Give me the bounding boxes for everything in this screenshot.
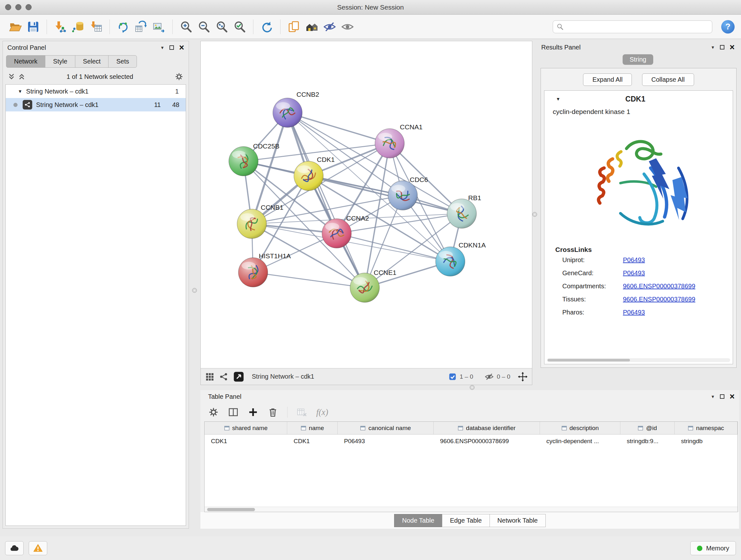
tab-network[interactable]: Network [6,55,45,68]
delete-column-trash-icon[interactable] [267,407,278,418]
gear-icon[interactable] [175,72,184,81]
network-node-CCNB1[interactable]: CCNB1 [237,204,283,239]
scrollbar-thumb[interactable] [548,359,630,361]
splitter-knob[interactable] [470,385,475,390]
panel-close-icon[interactable]: × [179,44,184,51]
cell-description[interactable]: cyclin-dependent ... [540,438,620,445]
protein-entry-header[interactable]: ▼ CDK1 [544,91,733,107]
network-from-selection-button[interactable] [114,18,132,36]
network-node-CCNA1[interactable]: CCNA1 [375,123,422,158]
entry-collapse-icon[interactable]: ▼ [556,97,560,102]
expand-all-button[interactable]: Expand All [583,73,632,86]
window-minimize-button[interactable] [15,4,21,10]
tab-edge-table[interactable]: Edge Table [442,514,490,527]
string-tab-badge[interactable]: String [623,54,653,65]
show-all-button[interactable] [339,18,356,36]
crosslink-value-link[interactable]: P06493 [623,256,645,264]
network-node-HIST1H1A[interactable]: HIST1H1A [239,252,291,287]
network-node-RB1[interactable]: RB1 [447,194,481,228]
panel-menu-icon[interactable]: ▼ [160,45,164,50]
open-in-window-icon[interactable] [233,371,244,382]
share-network-icon[interactable] [219,372,228,381]
open-publications-button[interactable] [285,18,303,36]
panel-splitter-bottom[interactable] [200,385,739,390]
crosslink-value-link[interactable]: P06493 [623,309,645,316]
cell-namespace[interactable]: stringdb [675,438,738,445]
selected-checkbox-icon[interactable] [449,373,456,381]
help-button[interactable]: ? [721,20,735,34]
network-canvas[interactable]: CCNB2CCNA1CDC25BCDK1CDC6RB1CCNB1CCNA2CDK… [201,41,532,368]
tab-sets[interactable]: Sets [108,55,137,68]
tab-network-table[interactable]: Network Table [489,514,546,527]
column-header-name[interactable]: name [287,422,338,434]
warnings-button[interactable] [29,541,47,555]
panel-close-icon[interactable]: × [730,393,735,400]
select-columns-icon[interactable] [228,407,239,418]
column-header-canonical-name[interactable]: canonical name [338,422,434,434]
window-close-button[interactable] [5,4,11,10]
zoom-fit-button[interactable] [213,18,231,36]
collapse-all-icon[interactable] [8,73,15,80]
table-horizontal-scrollbar[interactable] [205,507,738,512]
export-image-button[interactable] [150,18,168,36]
network-collection-row[interactable]: ▼ String Network – cdk1 1 [6,84,186,98]
import-network-file-button[interactable] [51,18,69,36]
import-network-database-button[interactable] [69,18,87,36]
apply-layout-button[interactable] [258,18,276,36]
new-network-table-button[interactable] [132,18,150,36]
string-protein-query-button[interactable] [303,18,321,36]
splitter-knob[interactable] [192,288,197,293]
collapse-all-button[interactable]: Collapse All [642,73,694,86]
zoom-in-button[interactable] [177,18,195,36]
column-header-database-identifier[interactable]: database identifier [434,422,540,434]
cell-canonical-name[interactable]: P06493 [338,438,434,445]
panel-close-icon[interactable]: × [730,44,735,51]
panel-menu-icon[interactable]: ▼ [711,45,715,50]
panel-float-icon[interactable] [170,45,174,50]
panel-float-icon[interactable] [720,394,724,399]
create-column-plus-icon[interactable] [248,407,259,418]
network-row-selected[interactable]: String Network – cdk1 11 48 [6,98,186,111]
hide-selected-button[interactable] [321,18,339,36]
panel-splitter-right[interactable] [532,41,537,385]
grid-view-icon[interactable] [205,372,214,381]
panel-menu-icon[interactable]: ▼ [711,394,715,399]
network-node-CDC6[interactable]: CDC6 [388,176,428,210]
panel-float-icon[interactable] [720,45,724,50]
table-row[interactable]: CDK1 CDK1 P06493 9606.ENSP00000378699 cy… [205,435,738,448]
search-input[interactable] [566,23,709,30]
cell-database-identifier[interactable]: 9606.ENSP00000378699 [434,438,540,445]
save-session-button[interactable] [24,18,42,36]
panel-splitter-left[interactable] [189,39,200,537]
splitter-knob[interactable] [532,212,537,217]
open-session-button[interactable] [6,18,24,36]
zoom-out-button[interactable] [195,18,213,36]
tab-node-table[interactable]: Node Table [394,514,442,527]
cell-id[interactable]: stringdb:9... [620,438,675,445]
scrollbar-thumb[interactable] [207,508,255,511]
cloud-status-button[interactable] [5,541,23,555]
disclosure-triangle-icon[interactable]: ▼ [18,89,22,94]
expand-all-icon[interactable] [18,73,25,80]
cell-name[interactable]: CDK1 [287,438,338,445]
entry-scrollbar[interactable] [547,358,730,362]
network-node-CCNB2[interactable]: CCNB2 [273,91,319,127]
column-header-id[interactable]: @id [620,422,675,434]
table-settings-gear-icon[interactable] [208,407,219,418]
import-table-button[interactable] [87,18,105,36]
crosslink-value-link[interactable]: 9606.ENSP00000378699 [623,283,695,290]
column-header-shared-name[interactable]: shared name [205,422,287,434]
pan-crosshair-icon[interactable] [518,372,528,381]
tab-select[interactable]: Select [75,55,109,68]
cell-shared-name[interactable]: CDK1 [205,438,287,445]
tab-style[interactable]: Style [45,55,75,68]
column-header-namespace[interactable]: namespac [675,422,738,434]
network-node-CDK1[interactable]: CDK1 [294,156,335,191]
network-edges[interactable] [244,113,462,288]
memory-button[interactable]: Memory [690,541,736,555]
crosslink-value-link[interactable]: 9606.ENSP00000378699 [623,296,695,303]
hidden-eye-slash-icon[interactable] [485,372,494,381]
window-maximize-button[interactable] [25,4,31,10]
column-header-description[interactable]: description [540,422,620,434]
crosslink-value-link[interactable]: P06493 [623,269,645,277]
